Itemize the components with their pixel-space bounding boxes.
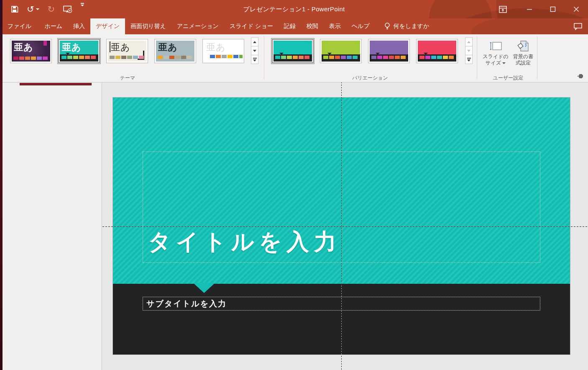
format-background-icon <box>517 40 529 52</box>
theme1-color-swatches <box>13 57 48 60</box>
slide1-thumbnail-partial[interactable] <box>20 83 92 85</box>
theme-sample-text: 亜あ <box>14 41 33 54</box>
tab-insert[interactable]: 挿入 <box>68 18 90 34</box>
variations-gallery <box>272 39 458 63</box>
variation4-color-swatches <box>419 56 454 59</box>
background-window-edge <box>0 0 3 370</box>
customize-group-label: ユーザー設定 <box>479 75 537 82</box>
variations-group-label: バリエーション <box>339 75 401 82</box>
variations-gallery-scroll <box>465 38 473 64</box>
maximize-icon <box>550 6 556 12</box>
qat-customize-icon <box>81 3 84 4</box>
variation1-color-swatches <box>275 56 309 59</box>
chevron-down-icon <box>502 62 506 64</box>
ribbon-design-pane: 亜あ 亜あ 亜あ 亜あ <box>0 34 588 82</box>
tab-file[interactable]: ファイル <box>0 18 39 34</box>
subtitle-placeholder-text: サブタイトルを入力 <box>143 298 227 309</box>
format-background-button[interactable]: 背景の書 式設定 <box>509 38 537 72</box>
tab-slideshow[interactable]: スライド ショー <box>224 18 279 34</box>
pushpin-icon <box>577 74 584 79</box>
slide-thumbnail-panel[interactable] <box>3 82 102 370</box>
maximize-button[interactable] <box>541 0 565 18</box>
speech-bubble-icon <box>574 23 582 30</box>
horizontal-guide[interactable] <box>102 226 588 227</box>
tell-me-box[interactable]: 何をしますか <box>380 18 434 34</box>
group-divider <box>537 36 537 80</box>
theme-sample-text: 亜あ <box>62 41 82 54</box>
themes-gallery: 亜あ 亜あ 亜あ 亜あ <box>10 39 244 63</box>
tab-review[interactable]: 校閲 <box>301 18 324 34</box>
minimize-button[interactable] <box>518 0 541 18</box>
tab-home[interactable]: ホーム <box>39 18 68 34</box>
theme-sample-text: 亜あ <box>158 41 178 54</box>
slide-size-label-line1: スライドの <box>483 54 508 60</box>
tab-help[interactable]: ヘルプ <box>346 18 375 34</box>
theme-thumbnail-3[interactable]: 亜あ <box>106 39 148 63</box>
variations-scroll-up-button[interactable] <box>465 37 473 46</box>
tab-design[interactable]: デザイン <box>90 18 125 34</box>
triangle-up-icon <box>467 41 470 43</box>
variation-thumbnail-4[interactable] <box>416 39 458 63</box>
variations-scroll-down-button[interactable] <box>465 46 473 55</box>
slideshow-icon <box>63 5 72 13</box>
themes-more-button[interactable] <box>251 55 258 64</box>
themes-group-label: テーマ <box>96 75 159 82</box>
ribbon-display-options-button[interactable] <box>491 0 514 18</box>
slide-size-icon <box>489 40 502 52</box>
title-bar: プレゼンテーション1 - PowerPoint ↺ ↻ <box>0 0 588 18</box>
variation-thumbnail-3[interactable] <box>368 39 410 63</box>
tab-transitions[interactable]: 画面切り替え <box>125 18 171 34</box>
redo-button[interactable]: ↻ <box>47 3 56 15</box>
theme2-color-swatches <box>61 56 96 59</box>
theme3-line-accent <box>110 41 110 52</box>
variation1-dark-strip <box>274 54 312 62</box>
variation4-dark-strip <box>418 54 456 62</box>
variation-thumbnail-2[interactable] <box>320 39 362 63</box>
tell-me-label: 何をしますか <box>394 23 429 30</box>
tab-view[interactable]: 表示 <box>324 18 346 34</box>
undo-icon: ↺ <box>27 5 34 14</box>
work-area: タイトルを入力 サブタイトルを入力 <box>0 82 588 370</box>
undo-button[interactable]: ↺ <box>26 3 40 15</box>
triangle-down-icon <box>253 50 256 52</box>
variation-thumbnail-1-selected[interactable] <box>272 39 314 63</box>
save-icon <box>11 5 18 13</box>
format-background-label-line1: 背景の書 <box>513 54 533 60</box>
themes-scroll-down-button[interactable] <box>251 46 258 55</box>
triangle-up-icon <box>253 41 256 43</box>
themes-scroll-up-button[interactable] <box>251 37 258 46</box>
theme5-color-swatches <box>210 55 243 58</box>
variation2-dark-strip <box>322 54 360 62</box>
close-button[interactable] <box>565 0 588 18</box>
vertical-guide[interactable] <box>341 82 342 370</box>
redo-icon: ↻ <box>48 5 55 14</box>
tab-animations[interactable]: アニメーション <box>171 18 224 34</box>
theme-thumbnail-4[interactable]: 亜あ <box>154 39 196 63</box>
variation2-color-swatches <box>323 56 358 59</box>
feedback-button[interactable] <box>574 18 582 34</box>
pin-ribbon-button[interactable] <box>577 73 584 80</box>
variations-more-button[interactable] <box>465 55 473 64</box>
minimize-icon <box>527 6 532 12</box>
gallery-expand-icon <box>253 59 256 62</box>
slide-editor-canvas: タイトルを入力 サブタイトルを入力 <box>102 82 588 370</box>
quick-access-toolbar: ↺ ↻ <box>10 0 85 18</box>
theme4-color-swatches <box>158 56 192 59</box>
customize-qat-button[interactable] <box>80 3 85 15</box>
theme-sample-text: 亜あ <box>111 41 130 54</box>
start-slideshow-button[interactable] <box>62 3 73 15</box>
gallery-expand-icon <box>467 59 470 62</box>
save-button[interactable] <box>10 3 19 15</box>
close-icon <box>573 6 579 12</box>
slide-size-button[interactable]: スライドの サイズ <box>482 38 509 72</box>
theme-thumbnail-5[interactable]: 亜あ <box>202 39 244 63</box>
theme-thumbnail-1[interactable]: 亜あ <box>10 39 52 63</box>
theme-thumbnail-2-selected[interactable]: 亜あ <box>58 39 100 63</box>
tabrow-decor <box>471 18 588 34</box>
variation3-dark-strip <box>370 54 408 62</box>
ribbon-tab-row: ファイル ホーム 挿入 デザイン 画面切り替え アニメーション スライド ショー… <box>0 18 588 34</box>
tab-record[interactable]: 記録 <box>279 18 301 34</box>
ribbon-display-options-icon <box>499 6 507 13</box>
theme1-corner-accent <box>43 41 47 46</box>
format-background-label-line2: 式設定 <box>516 60 531 66</box>
